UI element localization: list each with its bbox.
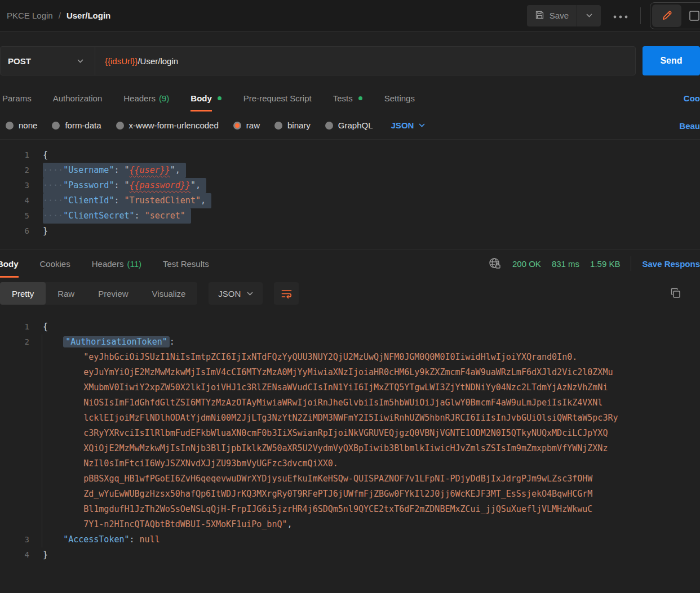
body-type-raw[interactable]: raw — [233, 121, 260, 130]
beautify-link[interactable]: Beau — [679, 121, 700, 130]
json-string: eyJuYmYiOjE2MzMwMzkwMjIsImV4cCI6MTYzMzA0… — [83, 367, 613, 377]
save-split-button: Save — [527, 5, 601, 26]
response-meta: 200 OK 831 ms 1.59 KB Save Respons — [488, 249, 700, 278]
url-input[interactable]: {{idsUrl}}/User/login — [95, 56, 188, 66]
code-line: XQiOjE2MzMwMzkwMjIsInNjb3BlIjpbIklkZW50a… — [0, 441, 700, 456]
chevron-down-icon — [77, 59, 83, 63]
view-raw[interactable]: Raw — [46, 282, 86, 305]
line-number: 3 — [0, 532, 29, 547]
body-format-dropdown[interactable]: JSON — [391, 121, 426, 130]
request-tabs: ParamsAuthorizationHeaders(9)BodyPre-req… — [0, 84, 700, 112]
response-format-dropdown[interactable]: JSON — [209, 282, 263, 305]
more-options-icon — [613, 15, 628, 19]
response-tabs: BodyCookiesHeaders(11)Test Results 200 O… — [0, 249, 700, 278]
tab-test-results[interactable]: Test Results — [163, 249, 209, 278]
docs-mode-button[interactable] — [683, 5, 700, 27]
line-number: 6 — [0, 224, 29, 239]
json-punctuation: , — [287, 519, 292, 529]
radio-label: x-www-form-urlencoded — [129, 121, 219, 130]
tab-settings[interactable]: Settings — [384, 84, 415, 112]
response-view-switcher: PrettyRawPreviewVisualize — [0, 282, 197, 305]
method-label: POST — [8, 56, 31, 66]
tab-count-badge: (9) — [159, 93, 169, 103]
code-line: c3RyYXRvciIsIlRlbmFudEFkbWluaXN0cmF0b3Ii… — [0, 426, 700, 441]
view-preview[interactable]: Preview — [86, 282, 140, 305]
line-number: 4 — [0, 193, 29, 208]
json-punctuation: " — [125, 165, 130, 175]
code-content: lcklEIjoiMzFlNDlhODAtYjdmNi00M2JjLTg3NzY… — [29, 411, 618, 426]
response-body-editor[interactable]: 1{2 "AuthorisationToken": "eyJhbGciOiJSU… — [0, 310, 700, 563]
line-number: 1 — [0, 148, 29, 163]
tab-label: Pre-request Script — [243, 93, 312, 103]
save-button[interactable]: Save — [527, 5, 577, 26]
tab-pre-request-script[interactable]: Pre-request Script — [243, 84, 312, 112]
code-line: 6} — [0, 224, 700, 239]
cookies-link[interactable]: Coo — [684, 93, 700, 103]
tab-body[interactable]: Body — [0, 249, 19, 278]
tab-body[interactable]: Body — [190, 84, 212, 112]
body-type-graphql[interactable]: GraphQL — [325, 121, 373, 130]
selection-highlight: ····"Password": "{{password}}", — [43, 178, 206, 193]
body-type-form-data[interactable]: form-data — [52, 121, 101, 130]
tab-tests[interactable]: Tests — [333, 84, 353, 112]
tab-headers[interactable]: Headers(9) — [123, 84, 169, 112]
response-size[interactable]: 1.59 KB — [590, 259, 620, 269]
tab-cookies[interactable]: Cookies — [40, 249, 70, 278]
view-visualize[interactable]: Visualize — [140, 282, 198, 305]
json-punctuation: " — [125, 180, 130, 190]
request-body-editor[interactable]: 1{2····"Username": "{{user}}",3····"Pass… — [0, 140, 700, 249]
wrap-text-button[interactable] — [274, 282, 299, 305]
status-code[interactable]: 200 OK — [512, 259, 541, 269]
line-number: 3 — [0, 178, 29, 193]
save-options-dropdown[interactable] — [577, 5, 601, 26]
json-string: 7Y1-n2HIncQTAQbtBtdWBUI-5XMoKF1uiPo_bnQ" — [83, 519, 287, 529]
breadcrumb-collection[interactable]: PKCE Login — [7, 11, 53, 20]
breadcrumb-request-name[interactable]: User/Login — [67, 11, 110, 20]
method-selector[interactable]: POST — [1, 47, 95, 75]
code-content: ····"Password": "{{password}}", — [29, 178, 206, 193]
more-options-button[interactable] — [613, 11, 628, 20]
line-number — [0, 487, 29, 502]
send-button[interactable]: Send — [643, 46, 700, 75]
json-string: pBBSXgq_HB1wfPGoEI6ZvH6qeqevwuDWrXYDjysu… — [83, 474, 592, 484]
json-key: "Username" — [63, 165, 114, 175]
line-number: 2 — [0, 335, 29, 350]
save-icon — [535, 10, 544, 21]
body-type-binary[interactable]: binary — [274, 121, 311, 130]
json-punctuation: { — [43, 322, 48, 332]
json-punctuation: : — [114, 180, 124, 190]
tab-headers[interactable]: Headers(11) — [92, 249, 141, 278]
body-type-none[interactable]: none — [6, 121, 37, 130]
body-format-label: JSON — [391, 121, 414, 130]
tab-authorization[interactable]: Authorization — [53, 84, 103, 112]
green-dot-indicator — [358, 96, 362, 100]
line-number — [0, 380, 29, 395]
code-content: } — [29, 224, 48, 239]
edit-mode-button[interactable] — [652, 5, 681, 27]
radio-label: none — [19, 121, 37, 130]
line-number — [0, 456, 29, 471]
whitespace-dots: ···· — [43, 211, 63, 221]
json-variable: {{password}} — [130, 180, 190, 190]
save-response-link[interactable]: Save Respons — [642, 259, 700, 269]
response-toolbar: PrettyRawPreviewVisualize JSON — [0, 278, 700, 310]
response-format-label: JSON — [218, 289, 241, 298]
radio-icon — [274, 122, 282, 130]
code-line: NzIl0sImFtciI6WyJSZXNvdXJjZU93bmVyUGFzc3… — [0, 456, 700, 471]
tab-params[interactable]: Params — [2, 84, 32, 112]
line-number — [0, 426, 29, 441]
view-pretty[interactable]: Pretty — [0, 282, 46, 305]
code-content: XQiOjE2MzMwMzkwMjIsInNjb3BlIjpbIklkZW50a… — [29, 441, 608, 456]
tab-label: Body — [0, 259, 19, 269]
response-time[interactable]: 831 ms — [552, 259, 579, 269]
json-string: XMubmV0IiwiY2xpZW50X2lkIjoiVHJ1c3RlZENsa… — [83, 382, 608, 393]
code-content: "AccessToken": null — [29, 532, 160, 547]
selection-highlight: ····"ClientSecret": "secret" — [43, 208, 191, 224]
body-type-x-www-form-urlencoded[interactable]: x-www-form-urlencoded — [116, 121, 219, 130]
code-line: 4} — [0, 547, 700, 563]
header-divider — [640, 7, 641, 24]
copy-response-button[interactable] — [670, 288, 681, 300]
json-key: "ClientId" — [63, 195, 114, 206]
line-number: 5 — [0, 208, 29, 224]
radio-label: form-data — [65, 121, 101, 130]
